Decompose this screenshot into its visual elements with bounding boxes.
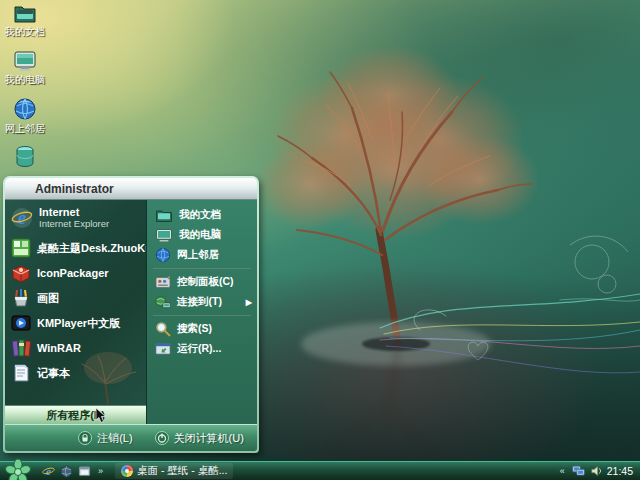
winrar-icon (11, 338, 31, 358)
task-window-title: 桌面 - 壁纸 - 桌酷... (137, 464, 227, 478)
zhuoku-theme-icon (11, 238, 31, 258)
taskbar-clock[interactable]: 21:45 (607, 465, 633, 477)
connect-to-icon (155, 295, 171, 310)
log-off-icon (78, 431, 92, 445)
svg-text:e: e (46, 465, 51, 477)
iconpackager-icon (11, 263, 31, 283)
desktop-icon-label: 网上邻居 (0, 123, 52, 134)
start-menu-item-paint[interactable]: 画图 (5, 285, 146, 310)
menu-item-label: 控制面板(C) (177, 275, 234, 289)
menu-item-label: 我的文档 (179, 208, 221, 222)
desktop-icon-my-documents[interactable]: 我的文档 (0, 2, 52, 37)
desktop-icon-my-computer[interactable]: 我的电脑 (0, 50, 52, 85)
start-menu-item-my-documents[interactable]: 我的文档 (147, 205, 257, 225)
start-menu-body: e Internet Internet Explorer (5, 200, 257, 424)
quick-launch-bar: e » (42, 465, 105, 478)
start-menu-item-internet[interactable]: e Internet Internet Explorer (5, 200, 146, 235)
taskbar-task-button[interactable]: 桌面 - 壁纸 - 桌酷... (115, 463, 233, 479)
control-panel-icon (155, 275, 171, 290)
network-status-icon[interactable] (572, 465, 585, 477)
my-computer-icon (13, 50, 37, 72)
start-menu-item-zhuoku-theme[interactable]: 桌酷主题Desk.ZhuoKu.Com (5, 235, 146, 260)
all-programs-label: 所有程序(P) (46, 408, 105, 423)
menu-separator (153, 315, 251, 316)
start-menu-item-connect-to[interactable]: 连接到(T) ▶ (147, 292, 257, 312)
start-menu-left-column: e Internet Internet Explorer (5, 200, 147, 424)
menu-item-label: 运行(R)... (177, 342, 221, 356)
start-menu-header: Administrator (5, 178, 257, 200)
shutdown-icon (155, 431, 169, 445)
menu-item-title: 记事本 (37, 367, 70, 379)
recycle-bin-icon (14, 145, 36, 169)
paint-icon (11, 288, 31, 308)
start-menu-username: Administrator (35, 182, 114, 196)
menu-item-subtitle: Internet Explorer (39, 218, 109, 229)
menu-item-label: 搜索(S) (177, 322, 212, 336)
svg-text:e: e (18, 207, 27, 228)
start-button[interactable] (0, 462, 36, 480)
menu-item-title: KMPlayer中文版 (37, 317, 120, 329)
desktop-icon-label: 我的文档 (0, 26, 52, 37)
start-menu-item-network-places[interactable]: 网上邻居 (147, 245, 257, 265)
shutdown-label: 关闭计算机(U) (174, 431, 244, 446)
network-places-icon (13, 97, 37, 121)
start-menu-item-iconpackager[interactable]: IconPackager (5, 260, 146, 285)
quick-launch-window-app[interactable] (78, 465, 91, 478)
menu-item-title: 画图 (37, 292, 59, 304)
network-globe-icon (155, 247, 171, 263)
menu-separator (153, 268, 251, 269)
quick-launch-overflow-chevron-icon[interactable]: » (96, 466, 105, 476)
menu-item-title: 桌酷主题Desk.ZhuoKu.Com (37, 242, 147, 254)
internet-explorer-icon: e (11, 207, 33, 229)
all-programs-button[interactable]: 所有程序(P) (5, 405, 146, 424)
search-icon (155, 321, 171, 337)
start-menu-item-control-panel[interactable]: 控制面板(C) (147, 272, 257, 292)
desktop-icon-recycle-bin[interactable] (0, 145, 52, 171)
task-window-icon (121, 465, 133, 477)
window-app-icon (78, 465, 91, 478)
my-documents-icon (13, 2, 37, 24)
menu-item-label: 连接到(T) (177, 295, 222, 309)
internet-explorer-icon: e (42, 465, 55, 478)
start-menu-item-search[interactable]: 搜索(S) (147, 319, 257, 339)
menu-item-label: 我的电脑 (179, 228, 221, 242)
start-menu-item-my-computer[interactable]: 我的电脑 (147, 225, 257, 245)
run-icon (155, 342, 171, 356)
documents-folder-icon (155, 208, 173, 223)
taskbar: e » 桌面 - 壁纸 - 桌酷... (0, 461, 640, 480)
notepad-icon (11, 363, 31, 383)
desktop: 我的文档 我的电脑 网上邻居 Administrator (0, 0, 640, 480)
shutdown-button[interactable]: 关闭计算机(U) (155, 431, 244, 446)
quick-launch-internet-explorer[interactable]: e (42, 465, 55, 478)
start-menu: Administrator e Internet Internet Explor… (3, 176, 259, 453)
volume-icon[interactable] (590, 465, 602, 477)
start-flower-icon (5, 459, 31, 480)
menu-item-title: IconPackager (37, 267, 109, 279)
desktop-icon-network-places[interactable]: 网上邻居 (0, 97, 52, 134)
start-menu-tree-watermark (72, 348, 144, 404)
start-menu-right-column: 我的文档 我的电脑 网上邻居 (147, 200, 257, 424)
log-off-button[interactable]: 注销(L) (78, 431, 132, 446)
start-menu-item-run[interactable]: 运行(R)... (147, 339, 257, 359)
computer-icon (155, 228, 173, 243)
browser-globe-icon (60, 465, 73, 478)
log-off-label: 注销(L) (97, 431, 132, 446)
start-menu-item-kmplayer[interactable]: KMPlayer中文版 (5, 310, 146, 335)
tray-collapse-chevron-icon[interactable]: « (558, 466, 567, 476)
kmplayer-icon (11, 313, 31, 333)
submenu-arrow-icon: ▶ (246, 298, 252, 307)
desktop-icon-label: 我的电脑 (0, 74, 52, 85)
start-menu-footer: 注销(L) 关闭计算机(U) (5, 424, 257, 451)
menu-item-title: Internet (39, 206, 109, 218)
system-tray: « 21:45 (558, 465, 640, 477)
menu-item-label: 网上邻居 (177, 248, 219, 262)
quick-launch-browser-globe[interactable] (60, 465, 73, 478)
